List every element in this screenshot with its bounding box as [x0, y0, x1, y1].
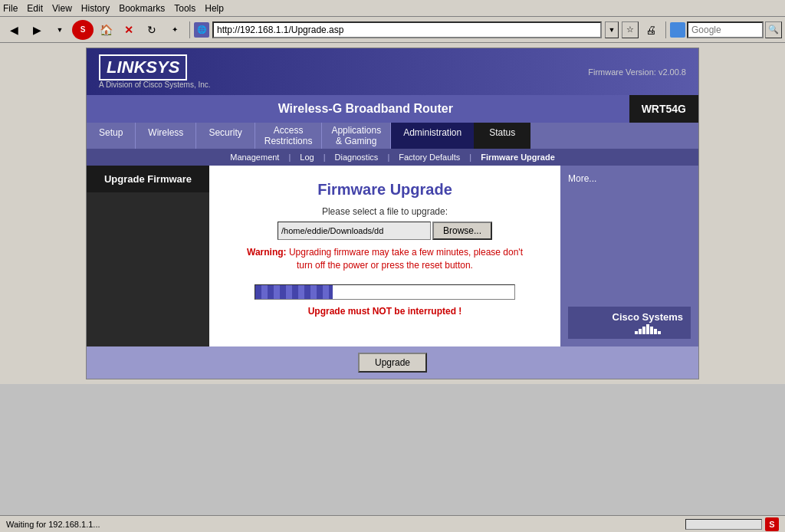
- right-sidebar: More... Cisco Systems: [560, 166, 698, 346]
- search-button[interactable]: 🔍: [765, 21, 782, 38]
- toolbar-sep2: [665, 21, 666, 38]
- router-name: Wireless-G Broadband Router: [87, 102, 629, 116]
- subnav-factory-defaults[interactable]: Factory Defaults: [389, 151, 469, 163]
- address-bar: 🌐 /home/eddie/Downloads/dd ▼ ☆: [194, 21, 639, 38]
- progress-status-bar: [685, 519, 762, 530]
- tab-wireless[interactable]: Wireless: [136, 123, 196, 149]
- router-header: LINKSYS A Division of Cisco Systems, Inc…: [87, 48, 698, 95]
- subnav-diagnostics[interactable]: Diagnostics: [326, 151, 388, 163]
- progress-bar-container: [255, 284, 515, 300]
- forward-dropdown[interactable]: ▼: [49, 20, 71, 40]
- back-button[interactable]: ◀: [3, 20, 25, 40]
- status-text: Waiting for 192.168.1.1...: [6, 520, 100, 529]
- firmware-upgrade-title: Firmware Upgrade: [232, 181, 537, 199]
- cisco-bar-5: [650, 327, 653, 334]
- upgrade-button[interactable]: Upgrade: [358, 353, 427, 373]
- cisco-bars: [613, 324, 684, 334]
- s-icon[interactable]: S: [765, 517, 779, 531]
- firmware-version: Firmware Version: v2.00.8: [588, 67, 686, 77]
- stumbleupon-button[interactable]: S: [72, 20, 94, 40]
- cisco-bar-3: [642, 327, 645, 334]
- file-select-label: Please select a file to upgrade:: [232, 206, 537, 217]
- unknown-button[interactable]: ✦: [164, 20, 186, 40]
- cisco-bar-1: [635, 331, 638, 334]
- file-input-row: Browse...: [232, 222, 537, 240]
- cisco-bar-6: [654, 329, 657, 334]
- print-button[interactable]: 🖨: [640, 20, 662, 40]
- site-icon: 🌐: [194, 22, 209, 38]
- tab-access-restrictions[interactable]: AccessRestrictions: [255, 123, 323, 149]
- tab-status[interactable]: Status: [474, 123, 530, 149]
- menu-file[interactable]: File: [3, 3, 18, 14]
- toolbar: ◀ ▶ ▼ S 🏠 ✕ ↻ ✦ 🌐 /home/eddie/Downloads/…: [0, 17, 785, 43]
- subnav-firmware-upgrade[interactable]: Firmware Upgrade: [471, 151, 564, 163]
- cisco-name: Cisco Systems: [613, 311, 684, 323]
- content-wrapper: Upgrade Firmware Firmware Upgrade Please…: [87, 166, 698, 346]
- cisco-bar-4: [646, 324, 649, 334]
- home-button[interactable]: 🏠: [95, 20, 117, 40]
- toolbar-separator: [189, 21, 190, 38]
- cisco-area: Cisco Systems: [568, 307, 691, 339]
- progress-bar-fill: [255, 285, 333, 299]
- address-dropdown[interactable]: ▼: [605, 21, 619, 38]
- menu-view[interactable]: View: [52, 3, 72, 14]
- warning-label: Warning:: [247, 247, 287, 258]
- cisco-bar-2: [639, 329, 642, 334]
- interrupt-warning: Upgrade must NOT be interrupted !: [232, 306, 537, 317]
- browse-button[interactable]: Browse...: [432, 222, 492, 240]
- menu-help[interactable]: Help: [205, 3, 224, 14]
- menu-history[interactable]: History: [81, 3, 110, 14]
- statusbar: Waiting for 192.168.1.1... S: [0, 515, 785, 532]
- upgrade-btn-row: Upgrade: [87, 346, 698, 379]
- tab-setup[interactable]: Setup: [87, 123, 136, 149]
- warning-body: Upgrading firmware may take a few minute…: [289, 247, 523, 271]
- main-area: LINKSYS A Division of Cisco Systems, Inc…: [0, 43, 785, 384]
- model-badge: WRT54G: [629, 95, 698, 123]
- tab-administration[interactable]: Administration: [391, 123, 474, 149]
- router-title-bar: Wireless-G Broadband Router WRT54G: [87, 95, 698, 123]
- router-container: LINKSYS A Division of Cisco Systems, Inc…: [86, 48, 699, 379]
- nav-tabs: Setup Wireless Security AccessRestrictio…: [87, 123, 698, 149]
- linksys-brand: LINKSYS: [99, 54, 187, 80]
- status-right: S: [685, 517, 779, 531]
- menu-bookmarks[interactable]: Bookmarks: [119, 3, 165, 14]
- right-sidebar-more: More...: [568, 173, 691, 184]
- bookmark-star[interactable]: ☆: [622, 21, 639, 38]
- subnav-management[interactable]: Management: [221, 151, 288, 163]
- menu-tools[interactable]: Tools: [174, 3, 195, 14]
- linksys-sub: A Division of Cisco Systems, Inc.: [99, 80, 211, 89]
- refresh-button[interactable]: ↻: [141, 20, 163, 40]
- address-input[interactable]: /home/eddie/Downloads/dd: [212, 21, 602, 38]
- stop-button[interactable]: ✕: [118, 20, 140, 40]
- left-sidebar: Upgrade Firmware: [87, 166, 209, 346]
- subnav-log[interactable]: Log: [291, 151, 323, 163]
- search-box: 🔍: [670, 21, 782, 38]
- search-engine-icon: [670, 22, 685, 38]
- sub-nav: Management | Log | Diagnostics | Factory…: [87, 149, 698, 166]
- sidebar-title: Upgrade Firmware: [87, 166, 209, 192]
- warning-text: Warning: Upgrading firmware may take a f…: [232, 246, 537, 272]
- tab-security[interactable]: Security: [196, 123, 255, 149]
- cisco-logo: Cisco Systems: [613, 311, 684, 334]
- search-input[interactable]: [687, 21, 764, 38]
- forward-button[interactable]: ▶: [26, 20, 48, 40]
- main-content: Firmware Upgrade Please select a file to…: [209, 166, 560, 346]
- file-path-input[interactable]: [278, 222, 431, 240]
- linksys-logo: LINKSYS A Division of Cisco Systems, Inc…: [99, 54, 211, 89]
- menubar: File Edit View History Bookmarks Tools H…: [0, 0, 785, 17]
- tab-applications-gaming[interactable]: Applications& Gaming: [322, 123, 391, 149]
- menu-edit[interactable]: Edit: [27, 3, 43, 14]
- cisco-bar-7: [658, 331, 661, 334]
